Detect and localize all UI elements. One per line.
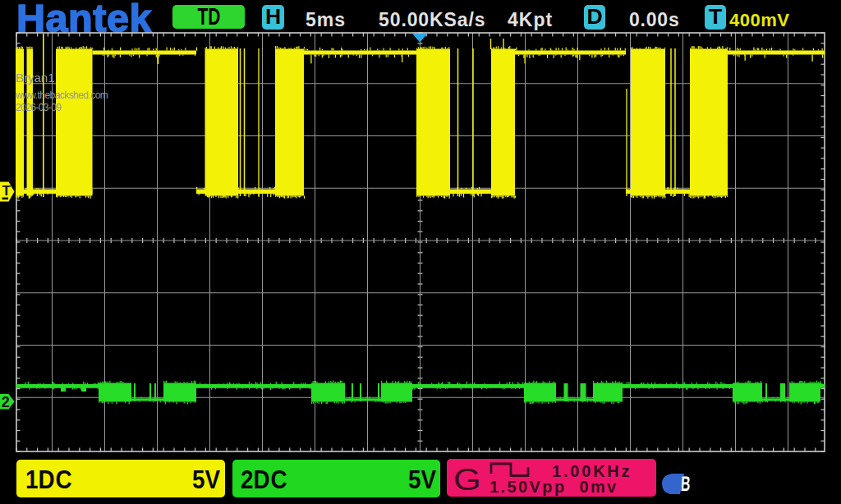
svg-text:T: T bbox=[2, 183, 11, 199]
svg-text:2: 2 bbox=[2, 394, 10, 410]
